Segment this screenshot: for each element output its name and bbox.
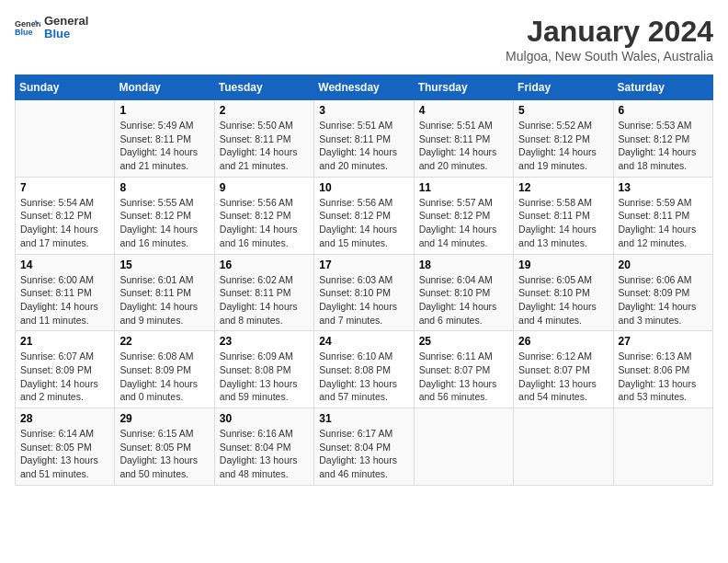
calendar-cell: 16Sunrise: 6:02 AMSunset: 8:11 PMDayligh…	[214, 254, 313, 331]
calendar-cell: 21Sunrise: 6:07 AMSunset: 8:09 PMDayligh…	[16, 331, 115, 408]
day-number: 9	[220, 181, 309, 194]
calendar-cell: 13Sunrise: 5:59 AMSunset: 8:11 PMDayligh…	[613, 177, 712, 254]
calendar-cell: 28Sunrise: 6:14 AMSunset: 8:05 PMDayligh…	[16, 408, 115, 486]
day-info: Sunrise: 6:13 AMSunset: 8:06 PMDaylight:…	[619, 350, 708, 404]
weekday-header-thursday: Thursday	[414, 75, 513, 100]
day-number: 12	[518, 181, 608, 194]
calendar-body: 1Sunrise: 5:49 AMSunset: 8:11 PMDaylight…	[16, 100, 713, 486]
day-number: 11	[419, 181, 508, 194]
weekday-header-row: SundayMondayTuesdayWednesdayThursdayFrid…	[16, 75, 713, 100]
day-info: Sunrise: 5:58 AMSunset: 8:11 PMDaylight:…	[518, 196, 608, 250]
calendar-table: SundayMondayTuesdayWednesdayThursdayFrid…	[15, 75, 713, 486]
day-number: 8	[119, 181, 209, 194]
day-number: 24	[319, 335, 408, 348]
calendar-cell: 3Sunrise: 5:51 AMSunset: 8:11 PMDaylight…	[314, 100, 414, 178]
calendar-cell: 1Sunrise: 5:49 AMSunset: 8:11 PMDaylight…	[115, 100, 214, 178]
calendar-cell: 25Sunrise: 6:11 AMSunset: 8:07 PMDayligh…	[414, 331, 513, 408]
day-number: 17	[319, 259, 408, 271]
day-number: 28	[20, 412, 109, 425]
day-number: 3	[319, 104, 408, 117]
day-info: Sunrise: 6:03 AMSunset: 8:10 PMDaylight:…	[319, 273, 408, 327]
calendar-cell: 6Sunrise: 5:53 AMSunset: 8:12 PMDaylight…	[613, 100, 712, 178]
day-number: 29	[119, 412, 209, 425]
weekday-header-tuesday: Tuesday	[214, 75, 313, 100]
day-info: Sunrise: 6:05 AMSunset: 8:10 PMDaylight:…	[518, 273, 608, 327]
day-info: Sunrise: 5:50 AMSunset: 8:11 PMDaylight:…	[220, 119, 309, 173]
day-number: 14	[20, 259, 109, 271]
day-number: 1	[119, 104, 209, 117]
logo-blue: Blue	[44, 27, 70, 40]
calendar-cell: 30Sunrise: 6:16 AMSunset: 8:04 PMDayligh…	[214, 408, 313, 486]
day-number: 19	[518, 259, 608, 271]
calendar-cell: 27Sunrise: 6:13 AMSunset: 8:06 PMDayligh…	[613, 331, 712, 408]
day-info: Sunrise: 6:12 AMSunset: 8:07 PMDaylight:…	[518, 350, 608, 404]
calendar-week-3: 14Sunrise: 6:00 AMSunset: 8:11 PMDayligh…	[16, 254, 713, 331]
day-info: Sunrise: 6:07 AMSunset: 8:09 PMDaylight:…	[20, 350, 109, 404]
day-info: Sunrise: 6:14 AMSunset: 8:05 PMDaylight:…	[20, 427, 109, 481]
day-info: Sunrise: 5:53 AMSunset: 8:12 PMDaylight:…	[619, 119, 708, 173]
calendar-cell: 4Sunrise: 5:51 AMSunset: 8:11 PMDaylight…	[414, 100, 513, 178]
day-info: Sunrise: 6:04 AMSunset: 8:10 PMDaylight:…	[419, 273, 508, 327]
day-number: 25	[419, 335, 508, 348]
calendar-cell: 15Sunrise: 6:01 AMSunset: 8:11 PMDayligh…	[115, 254, 214, 331]
day-info: Sunrise: 6:06 AMSunset: 8:09 PMDaylight:…	[619, 273, 708, 327]
weekday-header-monday: Monday	[115, 75, 214, 100]
day-info: Sunrise: 5:59 AMSunset: 8:11 PMDaylight:…	[619, 196, 708, 250]
calendar-cell: 2Sunrise: 5:50 AMSunset: 8:11 PMDaylight…	[214, 100, 313, 178]
day-number: 20	[619, 259, 708, 271]
calendar-cell: 19Sunrise: 6:05 AMSunset: 8:10 PMDayligh…	[514, 254, 613, 331]
day-info: Sunrise: 6:00 AMSunset: 8:11 PMDaylight:…	[20, 273, 109, 327]
calendar-header: SundayMondayTuesdayWednesdayThursdayFrid…	[16, 75, 713, 100]
calendar-cell: 17Sunrise: 6:03 AMSunset: 8:10 PMDayligh…	[314, 254, 414, 331]
day-number: 5	[518, 104, 608, 117]
day-info: Sunrise: 6:16 AMSunset: 8:04 PMDaylight:…	[220, 427, 309, 481]
day-info: Sunrise: 6:15 AMSunset: 8:05 PMDaylight:…	[119, 427, 209, 481]
day-number: 15	[119, 259, 209, 271]
calendar-cell: 22Sunrise: 6:08 AMSunset: 8:09 PMDayligh…	[115, 331, 214, 408]
day-number: 2	[220, 104, 309, 117]
logo-icon: General Blue	[15, 15, 40, 40]
svg-text:General: General	[15, 19, 40, 29]
calendar-cell: 23Sunrise: 6:09 AMSunset: 8:08 PMDayligh…	[214, 331, 313, 408]
day-info: Sunrise: 6:02 AMSunset: 8:11 PMDaylight:…	[220, 273, 309, 327]
calendar-week-1: 1Sunrise: 5:49 AMSunset: 8:11 PMDaylight…	[16, 100, 713, 178]
day-info: Sunrise: 5:51 AMSunset: 8:11 PMDaylight:…	[319, 119, 408, 173]
day-info: Sunrise: 6:10 AMSunset: 8:08 PMDaylight:…	[319, 350, 408, 404]
day-number: 27	[619, 335, 708, 348]
calendar-cell: 8Sunrise: 5:55 AMSunset: 8:12 PMDaylight…	[115, 177, 214, 254]
day-number: 16	[220, 259, 309, 271]
weekday-header-sunday: Sunday	[16, 75, 115, 100]
calendar-cell: 10Sunrise: 5:56 AMSunset: 8:12 PMDayligh…	[314, 177, 414, 254]
calendar-cell: 9Sunrise: 5:56 AMSunset: 8:12 PMDaylight…	[214, 177, 313, 254]
calendar-cell	[514, 408, 613, 486]
svg-text:Blue: Blue	[15, 29, 33, 38]
day-info: Sunrise: 5:54 AMSunset: 8:12 PMDaylight:…	[20, 196, 109, 250]
weekday-header-saturday: Saturday	[613, 75, 712, 100]
page-header: General Blue General Blue January 2024 M…	[15, 15, 713, 63]
calendar-cell: 26Sunrise: 6:12 AMSunset: 8:07 PMDayligh…	[514, 331, 613, 408]
calendar-cell: 14Sunrise: 6:00 AMSunset: 8:11 PMDayligh…	[16, 254, 115, 331]
day-number: 31	[319, 412, 408, 425]
calendar-week-4: 21Sunrise: 6:07 AMSunset: 8:09 PMDayligh…	[16, 331, 713, 408]
day-number: 23	[220, 335, 309, 348]
day-number: 7	[20, 181, 109, 194]
calendar-cell	[16, 100, 115, 178]
day-number: 6	[619, 104, 708, 117]
day-info: Sunrise: 6:11 AMSunset: 8:07 PMDaylight:…	[419, 350, 508, 404]
day-info: Sunrise: 5:51 AMSunset: 8:11 PMDaylight:…	[419, 119, 508, 173]
day-number: 30	[220, 412, 309, 425]
day-info: Sunrise: 5:49 AMSunset: 8:11 PMDaylight:…	[119, 119, 209, 173]
day-info: Sunrise: 6:09 AMSunset: 8:08 PMDaylight:…	[220, 350, 309, 404]
day-info: Sunrise: 5:56 AMSunset: 8:12 PMDaylight:…	[220, 196, 309, 250]
day-number: 4	[419, 104, 508, 117]
day-number: 26	[518, 335, 608, 348]
calendar-cell: 18Sunrise: 6:04 AMSunset: 8:10 PMDayligh…	[414, 254, 513, 331]
day-info: Sunrise: 6:17 AMSunset: 8:04 PMDaylight:…	[319, 427, 408, 481]
day-info: Sunrise: 5:56 AMSunset: 8:12 PMDaylight:…	[319, 196, 408, 250]
calendar-cell	[414, 408, 513, 486]
calendar-cell: 31Sunrise: 6:17 AMSunset: 8:04 PMDayligh…	[314, 408, 414, 486]
day-info: Sunrise: 6:01 AMSunset: 8:11 PMDaylight:…	[119, 273, 209, 327]
weekday-header-friday: Friday	[514, 75, 613, 100]
month-title: January 2024	[506, 15, 713, 49]
day-number: 18	[419, 259, 508, 271]
